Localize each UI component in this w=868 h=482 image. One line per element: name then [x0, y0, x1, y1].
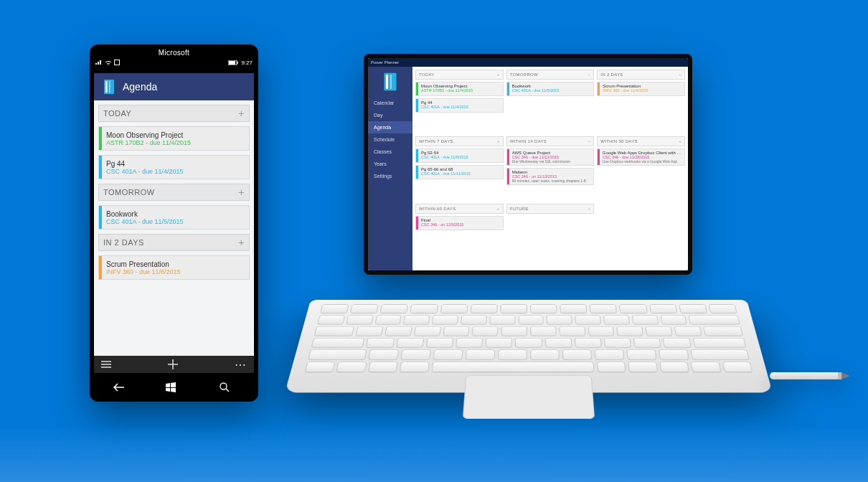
search-icon[interactable]	[220, 382, 235, 392]
agenda-card[interactable]: Scrum PresentationINFV 360 - due 11/6/20…	[98, 255, 250, 280]
svg-rect-7	[109, 81, 110, 93]
collapse-icon[interactable]: −	[588, 72, 591, 77]
section-title: IN 2 DAYS	[103, 238, 144, 247]
card-note: 90 minutes, open notes, covering chapter…	[512, 179, 586, 183]
tablet-screen: Power Planner CalendarDayAgendaScheduleC…	[368, 58, 688, 270]
card-subtitle: INFV 360 - due 11/6/2015	[603, 88, 648, 93]
svg-point-0	[108, 65, 108, 65]
nfc-icon	[114, 60, 120, 65]
agenda-card[interactable]: Pg 44CSC 401A - due 11/4/2015	[98, 155, 250, 179]
section-header: WITHIN 60 DAYS+	[415, 204, 504, 214]
section-header: FUTURE+	[506, 204, 595, 214]
app-logo-icon	[368, 67, 412, 97]
card-subtitle: ASTR 170B2 - due 11/4/2015	[106, 139, 191, 146]
card-subtitle: INFV 360 - due 11/6/2015	[106, 268, 181, 275]
section-title: TODAY	[103, 109, 131, 118]
card-subtitle: ASTR 170B2 - due 11/4/2015	[421, 88, 473, 93]
sidebar-item-settings[interactable]: Settings	[368, 170, 412, 182]
more-icon[interactable]: ⋯	[235, 358, 247, 372]
expand-icon[interactable]: +	[679, 139, 681, 143]
menu-icon[interactable]	[101, 361, 111, 368]
sidebar-item-calendar[interactable]: Calendar	[368, 97, 412, 109]
agenda-card[interactable]: Pg 44CSC 401A - due 11/4/2015	[415, 98, 504, 113]
section-title: TOMORROW	[510, 72, 538, 77]
back-icon[interactable]	[113, 383, 128, 392]
card-subtitle: CSC 401A - due 11/4/2015	[106, 168, 184, 175]
sidebar-item-years[interactable]: Years	[368, 158, 412, 170]
battery-icon	[228, 60, 238, 65]
svg-rect-4	[229, 61, 235, 65]
sidebar-item-day[interactable]: Day	[368, 109, 412, 121]
phone-brand: Microsoft	[90, 44, 258, 57]
phone-appbar: ⋯	[94, 356, 254, 373]
agenda-card[interactable]: Google Web Apps Dropbox Client with a lo…	[597, 148, 685, 166]
window-titlebar: Power Planner	[368, 58, 688, 67]
add-icon[interactable]	[168, 359, 178, 369]
section-title: WITHIN 60 DAYS	[419, 207, 456, 211]
agenda-card[interactable]: Moon Observing ProjectASTR 170B2 - due 1…	[415, 82, 504, 96]
agenda-card[interactable]: Moon Observing ProjectASTR 170B2 - due 1…	[98, 126, 250, 151]
add-item-icon[interactable]: +	[238, 108, 245, 119]
agenda-card[interactable]: Pg 65-66 and 68CSC 401A - due 11/11/2015	[415, 165, 504, 179]
sidebar-item-schedule[interactable]: Schedule	[368, 133, 412, 146]
section-header: TODAY+	[415, 70, 504, 80]
sidebar-item-classes[interactable]: Classes	[368, 146, 412, 158]
expand-icon[interactable]: +	[497, 139, 500, 143]
phone-clock: 9:27	[241, 60, 253, 66]
sidebar: CalendarDayAgendaScheduleClassesYearsSet…	[368, 67, 412, 270]
svg-rect-1	[115, 60, 120, 65]
section-title: FUTURE	[510, 207, 529, 211]
section-header: IN 2 DAYS+	[597, 70, 685, 80]
card-title: Scrum Presentation	[106, 260, 181, 268]
card-note: Use Dropbox webhooks via a Google Web Ap…	[603, 159, 681, 164]
agenda-card[interactable]: MidtermCSC 346 - on 11/13/201590 minutes…	[506, 168, 595, 185]
agenda-grid[interactable]: TODAY+Moon Observing ProjectASTR 170B2 -…	[412, 67, 688, 270]
expand-icon[interactable]: +	[588, 207, 591, 211]
phone-screen: Agenda TODAY+Moon Observing ProjectASTR …	[94, 73, 254, 373]
expand-icon[interactable]: +	[497, 207, 500, 211]
section-title: WITHIN 7 DAYS	[419, 139, 453, 143]
expand-icon[interactable]: +	[497, 72, 500, 77]
agenda-card[interactable]: BookworkCSC 401A - due 11/5/2015	[506, 82, 595, 96]
agenda-card[interactable]: FinalCSC 346 - on 12/9/2015	[415, 216, 504, 230]
phone-device: Microsoft 9:27	[90, 44, 258, 402]
section-title: WITHIN 30 DAYS	[600, 139, 637, 143]
tablet-device: Power Planner CalendarDayAgendaScheduleC…	[364, 54, 692, 275]
phone-statusbar: 9:27	[90, 57, 258, 68]
collapse-icon[interactable]: −	[588, 139, 591, 143]
section-header: WITHIN 30 DAYS+	[597, 136, 685, 146]
svg-rect-10	[386, 75, 388, 89]
svg-point-8	[220, 383, 227, 389]
phone-section-header: TODAY+	[98, 105, 250, 122]
app-logo-icon	[98, 76, 120, 98]
card-note: Due Wednesday via D2L submission	[512, 159, 570, 164]
trackpad	[463, 375, 595, 419]
section-header: WITHIN 7 DAYS+	[415, 136, 504, 146]
card-title: Bookwork	[106, 210, 184, 218]
sidebar-item-agenda[interactable]: Agenda	[368, 121, 412, 133]
keyboard-device	[311, 300, 747, 435]
phone-app-header: Agenda	[94, 73, 254, 100]
card-title: Pg 44	[106, 160, 184, 168]
add-item-icon[interactable]: +	[238, 186, 245, 198]
phone-agenda-list[interactable]: TODAY+Moon Observing ProjectASTR 170B2 -…	[94, 100, 254, 356]
section-title: TODAY	[419, 72, 435, 77]
signal-icon	[95, 60, 103, 65]
windows-home-icon[interactable]	[166, 382, 181, 392]
add-item-icon[interactable]: +	[238, 237, 245, 248]
section-title: TOMORROW	[103, 188, 155, 197]
keyboard-keys	[305, 304, 753, 372]
card-subtitle: CSC 401A - due 11/5/2015	[106, 218, 184, 225]
expand-icon[interactable]: +	[679, 72, 681, 77]
agenda-card[interactable]: BookworkCSC 401A - due 11/5/2015	[98, 205, 250, 230]
window-title: Power Planner	[371, 60, 399, 65]
card-subtitle: CSC 401A - due 11/4/2015	[421, 105, 468, 109]
agenda-card[interactable]: AWS Queue ProjectCSC 346 - due 11/12/201…	[506, 148, 595, 166]
section-header: WITHIN 14 DAYS−	[506, 136, 595, 146]
agenda-card[interactable]: Scrum PresentationINFV 360 - due 11/6/20…	[597, 82, 685, 96]
agenda-card[interactable]: Pg 52-54CSC 401A - due 11/9/2015	[415, 148, 504, 163]
wifi-icon	[105, 60, 112, 65]
phone-nav-buttons	[94, 377, 254, 397]
svg-rect-3	[237, 62, 238, 64]
phone-section-header: IN 2 DAYS+	[98, 234, 250, 251]
